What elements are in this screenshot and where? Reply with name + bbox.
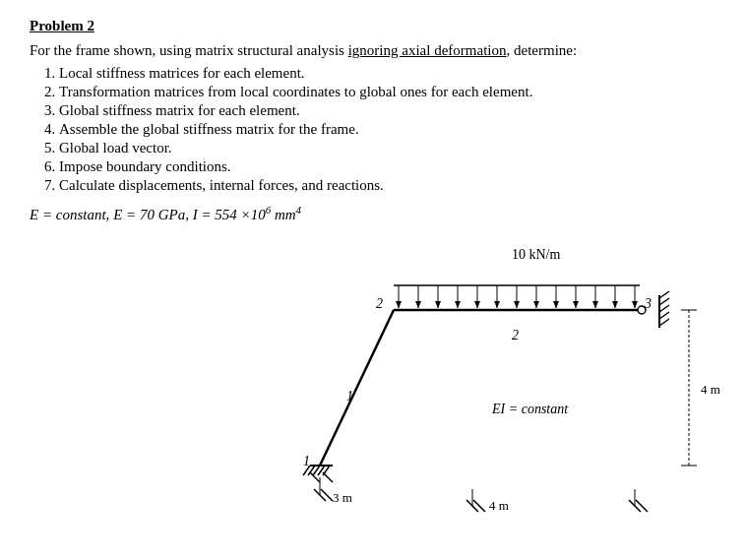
load-arrowhead-4 [455, 301, 461, 308]
dim-4m-center: 4 m [489, 498, 509, 513]
intro-text: For the frame shown, using matrix struct… [30, 42, 716, 59]
list-item-5: Global load vector. [59, 140, 716, 156]
dim-tick-rb2 [636, 500, 648, 512]
load-arrowhead-2 [415, 301, 421, 308]
task-list: Local stiffness matrices for each elemen… [59, 65, 716, 194]
hatch3-2 [659, 298, 669, 305]
cross1-2 [323, 472, 333, 482]
list-item-7: Calculate displacements, internal forces… [59, 177, 716, 194]
element2-label: 2 [512, 328, 519, 342]
load-arrowhead-9 [553, 301, 559, 308]
list-item-3: Global stiffness matrix for each element… [59, 102, 716, 119]
load-arrowhead-3 [435, 301, 441, 308]
hatch3-4 [659, 312, 669, 319]
list-item-1: Local stiffness matrices for each elemen… [59, 65, 716, 82]
node2-label: 2 [376, 296, 383, 311]
constants-text: E = constant, E = 70 GPa, I = 554 ×106 m… [30, 204, 716, 223]
list-item-4: Assemble the global stiffness matrix for… [59, 121, 716, 138]
hatch3-1 [659, 291, 669, 298]
list-item-6: Impose boundary conditions. [59, 158, 716, 175]
beam-element1 [320, 310, 394, 466]
dim-4m-right: 4 m [701, 382, 720, 397]
hatch3-5 [659, 319, 669, 326]
dim-tick-c2 [473, 500, 485, 512]
load-label: 10 kN/m [512, 247, 561, 262]
dim-tick-2 [321, 489, 333, 501]
load-arrowhead-5 [474, 301, 480, 308]
diagram-area: 10 kN/m [30, 241, 716, 527]
support3-pin [638, 306, 646, 314]
structural-diagram: 10 kN/m [30, 241, 746, 527]
load-arrowhead-7 [514, 301, 520, 308]
ei-label: EI = constant [491, 402, 569, 416]
element1-label: 1 [346, 389, 353, 404]
load-arrowhead-8 [533, 301, 539, 308]
list-item-2: Transformation matrices from local coord… [59, 84, 716, 100]
load-arrowhead-6 [494, 301, 500, 308]
load-arrowhead-13 [632, 301, 638, 308]
hatch3-3 [659, 305, 669, 312]
underline-phrase: ignoring axial deformation [348, 42, 507, 58]
load-arrowhead-12 [612, 301, 618, 308]
load-arrowhead-10 [573, 301, 579, 308]
load-arrowhead-11 [592, 301, 598, 308]
load-arrowhead-1 [396, 301, 402, 308]
problem-title: Problem 2 [30, 18, 716, 34]
dim-3m: 3 m [333, 490, 352, 505]
